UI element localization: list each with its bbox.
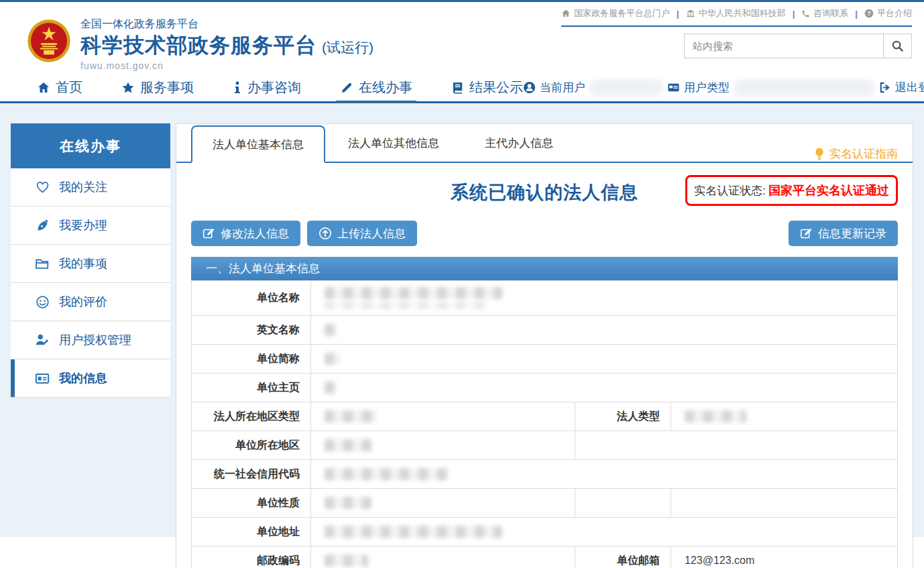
field-value-redacted bbox=[311, 345, 898, 374]
table-row: 单位名称 bbox=[192, 281, 898, 316]
card-icon bbox=[667, 81, 680, 94]
site-url: fuwu.most.gov.cn bbox=[80, 60, 373, 71]
field-label: 法人所在地区类型 bbox=[192, 402, 311, 431]
current-user[interactable]: 当前用户 bbox=[523, 80, 585, 95]
home-icon bbox=[37, 81, 50, 95]
field-label: 法人类型 bbox=[575, 402, 671, 431]
upload-circle-icon bbox=[319, 227, 332, 240]
field-value-email: 123@123.com bbox=[671, 547, 898, 568]
star-icon bbox=[121, 81, 135, 95]
tabs-row: 法人单位基本信息 法人单位其他信息 主代办人信息 实名认证指南 bbox=[176, 124, 913, 163]
sidebar-item-apply[interactable]: 我要办理 bbox=[11, 207, 170, 245]
field-label: 单位名称 bbox=[192, 281, 311, 316]
phone-icon bbox=[801, 9, 810, 18]
field-label: 单位主页 bbox=[192, 374, 311, 402]
search-button[interactable] bbox=[883, 34, 911, 58]
link-national-portal[interactable]: 国家政务服务平台总门户 bbox=[561, 7, 670, 19]
field-value-redacted bbox=[671, 402, 898, 431]
separator: | bbox=[793, 9, 795, 19]
table-row: 单位主页 bbox=[192, 374, 898, 402]
site-title: 科学技术部政务服务平台 bbox=[80, 32, 316, 60]
search-input[interactable] bbox=[685, 34, 883, 58]
home-icon bbox=[561, 9, 571, 18]
field-label: 单位性质 bbox=[192, 489, 311, 518]
field-label: 统一社会信用代码 bbox=[192, 460, 311, 489]
table-row: 单位所在地区 bbox=[192, 431, 898, 460]
search-icon bbox=[891, 40, 904, 52]
edit-legal-info-button[interactable]: 修改法人信息 bbox=[191, 221, 300, 246]
logout-link[interactable]: 退出登录 bbox=[878, 80, 924, 95]
table-row: 邮政编码 单位邮箱 123@123.com bbox=[192, 547, 898, 568]
status-value: 国家平台实名认证通过 bbox=[768, 182, 889, 198]
sidebar: 在线办事 我的关注 我要办理 我的事项 我的评价 bbox=[11, 123, 170, 398]
upload-legal-info-button[interactable]: 上传法人信息 bbox=[307, 221, 417, 246]
heart-icon bbox=[35, 180, 50, 194]
edit-square-icon bbox=[203, 227, 215, 240]
field-value-redacted bbox=[311, 431, 575, 460]
link-platform-intro[interactable]: ? 平台介绍 bbox=[864, 7, 912, 19]
field-label: 单位地址 bbox=[192, 518, 311, 547]
table-row: 单位简称 bbox=[192, 345, 898, 374]
user-type[interactable]: 用户类型 bbox=[667, 80, 730, 95]
current-user-value-redacted bbox=[589, 79, 663, 97]
question-icon: ? bbox=[864, 9, 874, 18]
content-area: 在线办事 我的关注 我要办理 我的事项 我的评价 bbox=[0, 103, 924, 537]
sidebar-item-my-follows[interactable]: 我的关注 bbox=[11, 168, 170, 207]
field-label: 英文名称 bbox=[192, 316, 311, 345]
tab-agent-info[interactable]: 主代办人信息 bbox=[462, 124, 576, 162]
sidebar-item-user-authorization[interactable]: 用户授权管理 bbox=[11, 321, 170, 359]
field-label: 单位邮箱 bbox=[575, 547, 671, 568]
table-row: 英文名称 bbox=[192, 316, 898, 345]
nav-item-home[interactable]: 首页 bbox=[37, 74, 82, 101]
field-value-redacted bbox=[311, 547, 575, 568]
field-value-redacted bbox=[311, 460, 898, 489]
user-icon bbox=[523, 81, 536, 94]
link-most-gov[interactable]: 中华人民共和国科技部 bbox=[686, 7, 786, 19]
national-emblem-logo bbox=[27, 19, 71, 63]
realname-auth-guide-link[interactable]: 实名认证指南 bbox=[813, 146, 898, 162]
sidebar-item-my-reviews[interactable]: 我的评价 bbox=[11, 283, 170, 321]
separator: | bbox=[855, 9, 858, 19]
table-row: 统一社会信用代码 bbox=[192, 460, 898, 489]
section-header-basic-info: 一、法人单位基本信息 bbox=[191, 257, 898, 280]
field-value-redacted bbox=[311, 489, 575, 518]
field-label: 邮政编码 bbox=[192, 547, 311, 568]
sidebar-item-my-info[interactable]: 我的信息 bbox=[11, 359, 170, 398]
user-edit-icon bbox=[35, 333, 50, 347]
tab-legal-entity-basic-info[interactable]: 法人单位基本信息 bbox=[191, 125, 325, 163]
site-subtitle: (试运行) bbox=[322, 38, 373, 57]
legal-entity-info-table: 单位名称 英文名称 单位简称 单位主页 bbox=[191, 280, 898, 568]
page-title: 系统已确认的法人信息 bbox=[451, 180, 638, 205]
site-header: 全国一体化政务服务平台 科学技术部政务服务平台 (试运行) fuwu.most.… bbox=[0, 27, 924, 74]
status-label: 实名认证状态: bbox=[694, 183, 766, 198]
book-icon bbox=[451, 81, 464, 94]
link-contact[interactable]: 咨询联系 bbox=[801, 7, 848, 19]
field-value-redacted bbox=[311, 281, 898, 316]
table-row: 法人所在地区类型 法人类型 bbox=[192, 402, 898, 431]
idcard-icon bbox=[35, 371, 50, 386]
sidebar-item-my-matters[interactable]: 我的事项 bbox=[11, 245, 170, 283]
main-panel: 法人单位基本信息 法人单位其他信息 主代办人信息 实名认证指南 系统已确认的法人… bbox=[176, 123, 913, 568]
site-search bbox=[684, 34, 912, 58]
realname-auth-status-box: 实名认证状态: 国家平台实名认证通过 bbox=[685, 175, 898, 206]
sidebar-title: 在线办事 bbox=[11, 123, 170, 168]
info-update-history-button[interactable]: 信息更新记录 bbox=[789, 221, 898, 246]
nav-item-online[interactable]: 在线办事 bbox=[340, 74, 412, 101]
platform-tagline: 全国一体化政务服务平台 bbox=[80, 17, 373, 32]
info-icon bbox=[233, 81, 242, 95]
pencil-icon bbox=[340, 81, 353, 95]
nav-item-services[interactable]: 服务事项 bbox=[121, 74, 194, 101]
nav-item-consult[interactable]: 办事咨询 bbox=[233, 74, 301, 101]
folder-icon bbox=[35, 256, 50, 271]
bulb-icon bbox=[813, 148, 825, 161]
field-value-redacted bbox=[311, 316, 898, 345]
table-row: 单位地址 bbox=[192, 518, 898, 547]
pen-icon bbox=[35, 219, 50, 233]
user-type-value-redacted bbox=[734, 79, 874, 97]
separator: | bbox=[677, 9, 679, 19]
field-value-redacted bbox=[311, 402, 575, 431]
tab-legal-entity-other-info[interactable]: 法人单位其他信息 bbox=[325, 124, 462, 162]
nav-item-results[interactable]: 结果公示 bbox=[451, 74, 523, 101]
edit-square-icon bbox=[800, 227, 813, 240]
field-value-redacted bbox=[311, 374, 898, 402]
